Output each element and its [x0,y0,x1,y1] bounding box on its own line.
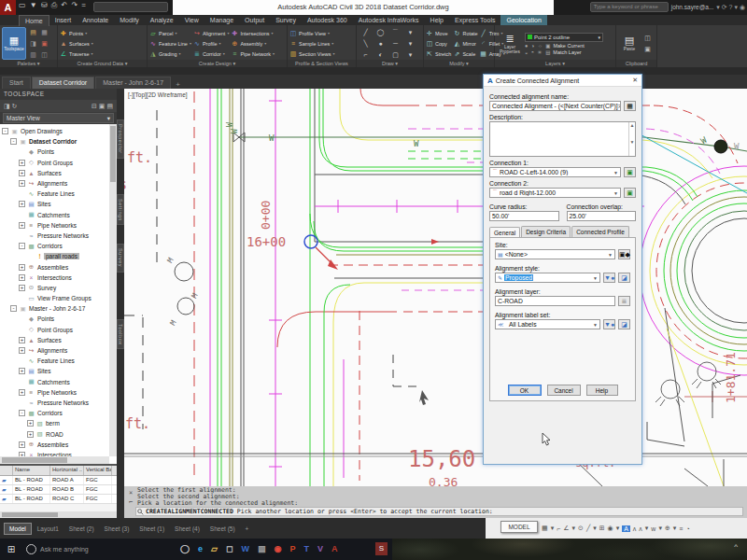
ribbon-button[interactable]: ↪Alignment▾ [193,28,229,38]
tree-item[interactable]: ≈Pressure Networks [2,398,117,408]
ribbon-tab[interactable]: Manage [204,15,239,25]
drawing-tab[interactable]: Dataset Corridor [32,77,94,89]
draw-tool-icon[interactable]: ▢ [388,49,402,60]
status-toggle-icon[interactable]: ʌ [633,525,637,532]
status-toggle-icon[interactable]: ≡ [679,525,683,532]
ribbon-tab[interactable]: Output [239,15,270,25]
item-view-column-header[interactable] [0,466,13,475]
toolspace-side-tab[interactable]: Prospector [117,119,124,159]
tree-item[interactable]: !parall roads [2,251,117,261]
drawing-tab[interactable]: Start [2,77,31,89]
ribbon-button[interactable]: ▥Section Views▾ [289,49,334,59]
status-toggle-icon[interactable]: ⊙ [578,525,584,532]
ribbon-tab[interactable]: Autodesk 360 [302,15,353,25]
tree-item[interactable]: +↪Alignments [2,178,117,189]
ribbon-tab[interactable]: Geolocation [500,15,546,25]
ribbon-tab[interactable]: Autodesk InfraWorks [353,15,425,25]
tree-item[interactable]: +≡Pipe Networks [2,220,117,231]
draw-tool-icon[interactable]: ╱ [359,27,373,37]
status-toggle-icon[interactable]: ▾ [593,525,597,532]
layer-state-icons[interactable]: ● ◑ ☼ ▣ [525,43,551,49]
ribbon-button[interactable]: ∿Profile▾ [193,38,229,49]
workspace-switcher[interactable] [93,2,168,12]
connection2-pick-button[interactable]: ▣ [624,188,636,198]
palette-icon[interactable]: ◫ [39,49,49,60]
draw-tool-icon[interactable]: ─ [388,38,402,49]
panel-label-ground[interactable]: Create Ground Data ▾ [58,60,147,67]
cortana-icon[interactable] [26,544,36,554]
status-toggle-icon[interactable]: ▾ [645,525,649,532]
tree-expand-toggle[interactable]: + [19,274,25,281]
tree-expand-toggle[interactable] [19,357,25,364]
tree-expand-toggle[interactable]: - [19,410,25,416]
item-view-column-header[interactable]: Vertical Ba.. [84,466,112,475]
paste-button[interactable]: ▤Paste [618,27,641,60]
ribbon-tab[interactable]: Home [19,15,49,26]
ribbon-tab[interactable]: View [179,15,204,25]
ribbon-button[interactable]: ⇱Stretch [426,49,451,59]
tray-expand-caret[interactable]: ^ [734,542,738,551]
site-dropdown[interactable]: ▤<None>▼ [495,249,615,259]
site-buttons[interactable]: ▣◆ [618,249,630,259]
draw-tool-icon[interactable]: ╲ [359,38,373,49]
tree-item[interactable]: -▣Open Drawings [2,126,117,136]
dialog-close-button[interactable]: ✕ [632,77,638,84]
ribbon-button[interactable]: ◫Copy [426,38,451,49]
status-toggle-icon[interactable]: ▾ [658,525,662,532]
tree-item[interactable]: ▭View Frame Groups [2,293,117,303]
quick-access-toolbar[interactable]: ▭ ▼ ⛁ ⎙ ↶ ↷ = [19,1,87,10]
dialog-title-bar[interactable]: A Create Connected Alignment ✕ [484,75,641,87]
tree-item[interactable]: ▦Catchments [2,377,117,387]
panel-label-psv[interactable]: Profile & Section Views [288,60,356,67]
tree-vertical-scrollbar[interactable] [109,124,117,456]
connection1-dropdown[interactable]: ⌒ROAD C-Left-14.000 (9)▼ [489,167,621,177]
panel-label-design[interactable]: Create Design ▾ [148,60,287,67]
status-toggle-icon[interactable]: ╱ [586,525,590,532]
toolspace-side-tab[interactable]: Survey [117,244,124,272]
tree-item[interactable]: +≡Pipe Networks [2,387,117,398]
layout-tab[interactable]: Sheet (4) [170,524,204,534]
tree-horizontal-scrollbar[interactable] [0,456,109,464]
new-drawing-tab-button[interactable]: + [172,80,184,89]
tree-expand-toggle[interactable]: - [10,138,17,145]
status-toggle-icon[interactable]: ◉ [608,525,613,532]
draw-tool-icon[interactable]: ▾ [403,38,417,49]
tree-expand-toggle[interactable]: + [19,389,25,396]
dialog-tab[interactable]: Design Criteria [521,226,571,237]
tree-expand-toggle[interactable]: + [19,170,25,176]
layout-tab[interactable]: Sheet (1) [134,524,169,534]
style-dropdown[interactable]: ✎Proposed▼ [495,273,600,283]
tree-item[interactable]: +▧berm [2,418,117,428]
tree-expand-toggle[interactable]: + [19,264,25,271]
layer-dropdown[interactable]: Point 2 outline▾ [525,33,603,42]
ribbon-tab[interactable]: Express Tools [449,15,500,25]
clipboard-icon[interactable]: ▣ [642,44,653,54]
panel-label-palettes[interactable]: Palettes ▾ [0,60,57,67]
status-toggle-icon[interactable]: ▾ [673,525,677,532]
taskbar-app-icon[interactable]: S [375,542,388,555]
layer-properties-button[interactable]: ≣Layer Properties [497,27,523,60]
drawing-tab[interactable]: Master - John 2-6-17 [95,77,171,89]
ribbon-button[interactable]: ≡Pipe Network▾ [231,49,275,59]
signed-in-user[interactable]: john.sayre@a... [671,4,714,10]
tree-item[interactable]: +⊕Assemblies [2,440,117,450]
tree-expand-toggle[interactable]: + [19,160,25,166]
layout-tab[interactable]: Sheet (5) [205,524,240,534]
ribbon-button[interactable]: ∿Feature Line▾ [149,38,191,49]
draw-tool-icon[interactable]: ▾ [403,49,417,60]
infocenter-search-input[interactable]: Type a keyword or phrase [590,2,669,12]
style-edit-button[interactable]: ▼● [603,273,615,283]
autocad-logo-icon[interactable]: A [0,0,16,15]
name-edit-button[interactable]: ▦ [624,101,636,111]
viewport-label[interactable]: [-][Top][2D Wireframe] [128,91,188,98]
tree-item[interactable]: +⊕Assemblies [2,261,117,272]
taskbar-app-icon[interactable]: ◉ [275,539,282,560]
taskbar-app-icon[interactable]: ▤ [258,539,266,560]
layout-tab[interactable]: Sheet (2) [64,524,99,534]
ribbon-button[interactable]: ✛Move [426,28,451,38]
item-view-row[interactable]: ▰BL - ROADROAD BFGC [0,485,117,495]
tree-expand-toggle[interactable] [19,212,25,218]
name-input[interactable]: Connected Alignment - (<[Next Counter(CP… [489,101,621,111]
tree-expand-toggle[interactable] [19,379,25,385]
draw-tool-icon[interactable]: ⌒ [388,27,402,37]
